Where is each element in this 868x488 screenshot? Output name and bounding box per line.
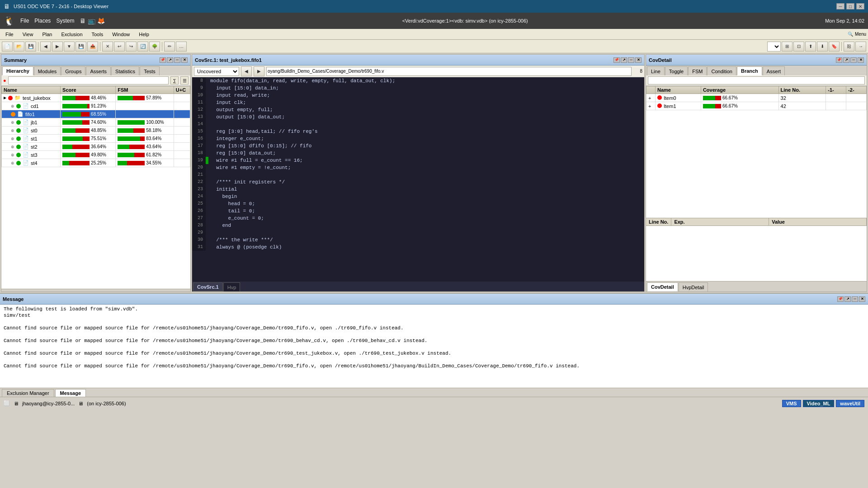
tab-modules[interactable]: Modules [34, 66, 61, 75]
tab-branch[interactable]: Branch [737, 66, 762, 75]
toolbar-nav2[interactable]: ⊡ [793, 42, 804, 52]
cov-detail-row[interactable]: +Item066.67%32 [646, 94, 867, 102]
tab-statistics[interactable]: Statistics [111, 66, 139, 75]
table-row[interactable]: ⊕📄st048.85%58.18% [2, 127, 190, 135]
titlebar-controls[interactable]: ─ □ ✕ [836, 3, 864, 9]
taskbar-system[interactable]: System [56, 18, 74, 24]
toolbar-delete[interactable]: ✕ [102, 42, 113, 52]
toolbar-fwd2[interactable]: ↪ [126, 42, 137, 52]
statusbar-right[interactable]: VMS Video_ML waveUtil [782, 400, 864, 407]
toolbar-open[interactable]: 📂 [14, 42, 24, 52]
waveutil-button[interactable]: waveUtil [836, 400, 864, 407]
menu-file[interactable]: File [2, 30, 17, 39]
tab-asserts[interactable]: Asserts [86, 66, 111, 75]
taskbar-places[interactable]: Places [34, 18, 51, 24]
menu-plan[interactable]: Plan [38, 30, 56, 39]
cov-close[interactable]: ✕ [858, 57, 864, 63]
tree-search-input[interactable] [8, 76, 169, 84]
toolbar-filter[interactable]: ▼ [64, 42, 75, 52]
table-row[interactable]: ⊕📄st349.80%61.82% [2, 151, 190, 159]
toolbar-arrow[interactable]: → [855, 42, 866, 52]
msg-expand[interactable]: ↗ [844, 296, 851, 302]
toolbar-new[interactable]: 📄 [2, 42, 13, 52]
summary-tree-area[interactable]: Name Score FSM U+C ▶📁test_jukebox48.46%5… [1, 86, 190, 289]
minimize-button[interactable]: ─ [836, 3, 844, 9]
cov-expand-cell[interactable]: + [646, 94, 656, 102]
table-row[interactable]: ⊕📄cd191.23% [2, 102, 190, 110]
tab-message[interactable]: Message [55, 389, 86, 397]
summary-close[interactable]: ✕ [181, 57, 188, 63]
tab-toggle[interactable]: Toggle [665, 66, 688, 75]
tree-list-btn[interactable]: ☰ [180, 76, 189, 84]
toolbar-export[interactable]: 📤 [87, 42, 98, 52]
toolbar-back2[interactable]: ↩ [114, 42, 125, 52]
source-min[interactable]: ─ [628, 57, 634, 63]
cov-expand[interactable]: ↗ [843, 57, 849, 63]
taskbar-apps[interactable]: 🐧 File Places System 🖥 📺 🦊 [4, 15, 105, 26]
table-row[interactable]: ⊕📄st425.25%34.55% [2, 159, 190, 167]
table-row[interactable]: 📄fifo168.55% [2, 110, 190, 118]
msg-pin[interactable]: 📌 [837, 296, 844, 302]
menu-help[interactable]: Help [135, 30, 153, 39]
source-prev[interactable]: ◀ [241, 66, 252, 76]
toolbar-nav1[interactable]: ⊞ [782, 42, 793, 52]
source-tab-covsrc[interactable]: CovSrc.1 [193, 282, 223, 291]
video-ml-button[interactable]: Video_ML [803, 400, 835, 407]
toolbar-save2[interactable]: 💾 [75, 42, 86, 52]
table-row[interactable]: ⊕📄jb174.60%100.00% [2, 118, 190, 127]
msg-min[interactable]: ─ [852, 296, 858, 302]
toolbar-back[interactable]: ◀ [40, 42, 51, 52]
cov-detail-controls[interactable]: 📌 ↗ ─ ✕ [836, 57, 864, 63]
cov-detail-row[interactable]: +Item166.67%42 [646, 102, 867, 110]
expand-icon[interactable]: ⊕ [11, 120, 14, 125]
expand-icon[interactable]: ⊕ [11, 136, 14, 141]
expand-icon[interactable]: ⊕ [11, 161, 14, 165]
cov-pin[interactable]: 📌 [836, 57, 842, 63]
expand-icon[interactable]: ⊕ [11, 145, 14, 149]
cov-expand-cell[interactable]: + [646, 102, 656, 110]
source-content[interactable]: 8module fifo(data_in, read, write, empty… [192, 77, 644, 282]
msg-close[interactable]: ✕ [859, 296, 865, 302]
tab-condition[interactable]: Condition [707, 66, 736, 75]
maximize-button[interactable]: □ [846, 3, 854, 9]
toolbar-nav4[interactable]: ⬇ [817, 42, 828, 52]
expand-icon[interactable]: ⊕ [11, 153, 14, 157]
toolbar-chain[interactable]: ⛓ [844, 42, 854, 52]
source-controls[interactable]: 📌 ↗ ─ ✕ [613, 57, 642, 63]
source-next[interactable]: ▶ [254, 66, 264, 76]
taskbar-applications[interactable]: File [20, 18, 29, 24]
message-controls[interactable]: 📌 ↗ ─ ✕ [837, 296, 865, 302]
summary-pin[interactable]: 📌 [160, 57, 166, 63]
summary-controls[interactable]: 📌 ↗ ─ ✕ [160, 57, 188, 63]
tab-line[interactable]: Line [647, 66, 665, 75]
menu-view[interactable]: View [19, 30, 37, 39]
tab-covdetail-bottom[interactable]: CovDetail [647, 282, 678, 291]
summary-expand[interactable]: ↗ [167, 57, 173, 63]
source-close[interactable]: ✕ [635, 57, 642, 63]
tab-groups[interactable]: Groups [61, 66, 85, 75]
tree-sum-btn[interactable]: ∑ [170, 76, 179, 84]
close-button[interactable]: ✕ [856, 3, 864, 9]
expand-icon[interactable]: ▶ [4, 96, 6, 100]
toolbar-fwd[interactable]: ▶ [52, 42, 63, 52]
tab-exclusion-manager[interactable]: Exclusion Manager [2, 389, 54, 397]
toolbar-select[interactable] [767, 42, 781, 52]
tab-hvpdetail[interactable]: HvpDetail [679, 282, 708, 291]
source-filter-dropdown[interactable]: Uncovered All Covered [194, 67, 239, 76]
toolbar-tree[interactable]: 🌳 [149, 42, 160, 52]
table-row[interactable]: ⊕📄st175.51%83.64% [2, 135, 190, 143]
tab-tests[interactable]: Tests [140, 66, 160, 75]
tab-hierarchy[interactable]: Hierarchy [2, 66, 33, 75]
toolbar-bookmark[interactable]: 🔖 [829, 42, 840, 52]
toolbar-more[interactable]: … [176, 42, 187, 52]
toolbar-nav3[interactable]: ⬆ [805, 42, 816, 52]
table-row[interactable]: ⊕📄st236.64%43.64% [2, 143, 190, 151]
toolbar-refresh[interactable]: 🔄 [137, 42, 148, 52]
source-pin[interactable]: 📌 [613, 57, 620, 63]
menu-tools[interactable]: Tools [88, 30, 107, 39]
expand-icon[interactable]: ⊕ [11, 104, 14, 108]
tab-assert[interactable]: Assert [763, 66, 785, 75]
vms-button[interactable]: VMS [782, 400, 801, 407]
source-tab-hvp[interactable]: Hvp [223, 282, 241, 291]
expand-icon[interactable]: ⊕ [11, 128, 14, 133]
